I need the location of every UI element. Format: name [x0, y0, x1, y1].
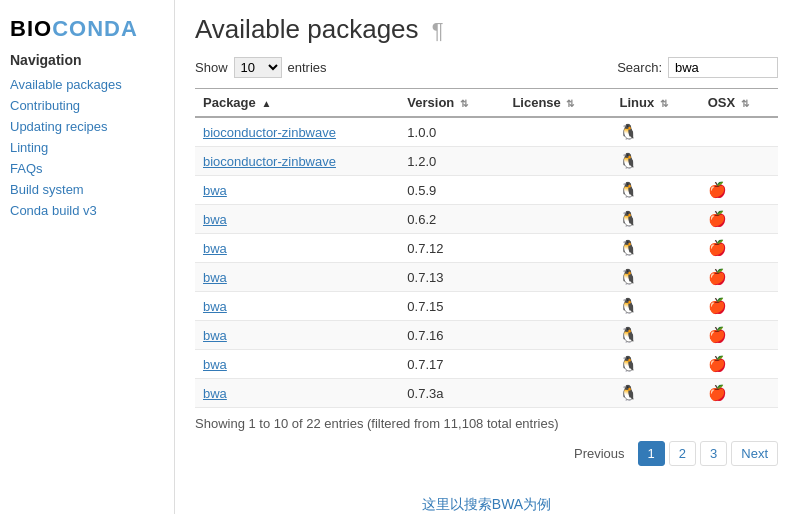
cell-version: 0.7.16 [399, 321, 504, 350]
cell-version: 0.6.2 [399, 205, 504, 234]
cell-license [504, 350, 611, 379]
cell-osx: 🍎 [700, 176, 778, 205]
cell-linux: 🐧 [611, 321, 699, 350]
package-link[interactable]: bioconductor-zinbwave [203, 125, 336, 140]
osx-icon: 🍎 [708, 239, 727, 256]
cell-osx [700, 117, 778, 147]
cell-osx [700, 147, 778, 176]
osx-icon: 🍎 [708, 355, 727, 372]
cell-version: 0.5.9 [399, 176, 504, 205]
sidebar-item-contributing[interactable]: Contributing [10, 97, 164, 114]
table-row: bwa0.7.17🐧🍎 [195, 350, 778, 379]
cell-package: bwa [195, 205, 399, 234]
main-content: Available packages ¶ Show 10 25 50 100 e… [175, 0, 798, 514]
cell-osx: 🍎 [700, 205, 778, 234]
cell-license [504, 205, 611, 234]
sidebar-item-linting[interactable]: Linting [10, 139, 164, 156]
cell-license [504, 321, 611, 350]
cell-osx: 🍎 [700, 379, 778, 408]
table-info: Showing 1 to 10 of 22 entries (filtered … [195, 416, 778, 431]
linux-icon: 🐧 [619, 239, 638, 256]
linux-icon: 🐧 [619, 355, 638, 372]
col-linux[interactable]: Linux ⇅ [611, 89, 699, 118]
table-row: bwa0.5.9🐧🍎 [195, 176, 778, 205]
cell-version: 0.7.17 [399, 350, 504, 379]
table-body: bioconductor-zinbwave1.0.0🐧bioconductor-… [195, 117, 778, 408]
table-row: bioconductor-zinbwave1.0.0🐧 [195, 117, 778, 147]
cell-linux: 🐧 [611, 292, 699, 321]
cell-linux: 🐧 [611, 234, 699, 263]
sidebar: BIOCONDA Navigation Available packages C… [0, 0, 175, 514]
sidebar-nav: Available packages Contributing Updating… [10, 76, 164, 219]
table-row: bwa0.7.3a🐧🍎 [195, 379, 778, 408]
cell-license [504, 263, 611, 292]
col-package[interactable]: Package ▲ [195, 89, 399, 118]
table-row: bwa0.7.12🐧🍎 [195, 234, 778, 263]
cell-package: bwa [195, 176, 399, 205]
cell-linux: 🐧 [611, 263, 699, 292]
next-button[interactable]: Next [731, 441, 778, 466]
bottom-note: 这里以搜索BWA为例 [195, 496, 778, 514]
show-entries-control: Show 10 25 50 100 entries [195, 57, 327, 78]
osx-icon: 🍎 [708, 326, 727, 343]
cell-version: 0.7.15 [399, 292, 504, 321]
entries-label: entries [288, 60, 327, 75]
page-1-button[interactable]: 1 [638, 441, 665, 466]
table-header: Package ▲ Version ⇅ License ⇅ Linux ⇅ OS… [195, 89, 778, 118]
package-link[interactable]: bwa [203, 328, 227, 343]
cell-package: bwa [195, 292, 399, 321]
controls-row: Show 10 25 50 100 entries Search: [195, 57, 778, 78]
pilcrow-icon: ¶ [432, 18, 444, 43]
cell-license [504, 147, 611, 176]
sidebar-item-faqs[interactable]: FAQs [10, 160, 164, 177]
osx-icon: 🍎 [708, 210, 727, 227]
cell-package: bwa [195, 321, 399, 350]
cell-linux: 🐧 [611, 147, 699, 176]
table-row: bwa0.7.15🐧🍎 [195, 292, 778, 321]
linux-icon: 🐧 [619, 384, 638, 401]
package-link[interactable]: bwa [203, 386, 227, 401]
linux-icon: 🐧 [619, 152, 638, 169]
previous-label: Previous [565, 442, 634, 465]
cell-osx: 🍎 [700, 234, 778, 263]
package-link[interactable]: bwa [203, 357, 227, 372]
col-license[interactable]: License ⇅ [504, 89, 611, 118]
cell-package: bioconductor-zinbwave [195, 117, 399, 147]
logo: BIOCONDA [10, 16, 164, 42]
linux-icon: 🐧 [619, 297, 638, 314]
package-link[interactable]: bioconductor-zinbwave [203, 154, 336, 169]
sidebar-item-conda-build-v3[interactable]: Conda build v3 [10, 202, 164, 219]
cell-license [504, 234, 611, 263]
cell-version: 0.7.3a [399, 379, 504, 408]
table-row: bwa0.6.2🐧🍎 [195, 205, 778, 234]
sidebar-item-updating-recipes[interactable]: Updating recipes [10, 118, 164, 135]
show-label: Show [195, 60, 228, 75]
cell-version: 0.7.12 [399, 234, 504, 263]
col-version[interactable]: Version ⇅ [399, 89, 504, 118]
entries-select[interactable]: 10 25 50 100 [234, 57, 282, 78]
osx-icon: 🍎 [708, 268, 727, 285]
linux-icon: 🐧 [619, 326, 638, 343]
sidebar-item-available-packages[interactable]: Available packages [10, 76, 164, 93]
package-link[interactable]: bwa [203, 299, 227, 314]
package-link[interactable]: bwa [203, 270, 227, 285]
cell-osx: 🍎 [700, 321, 778, 350]
cell-license [504, 176, 611, 205]
cell-linux: 🐧 [611, 205, 699, 234]
page-3-button[interactable]: 3 [700, 441, 727, 466]
table-row: bwa0.7.16🐧🍎 [195, 321, 778, 350]
cell-version: 1.0.0 [399, 117, 504, 147]
cell-package: bwa [195, 263, 399, 292]
package-link[interactable]: bwa [203, 212, 227, 227]
page-2-button[interactable]: 2 [669, 441, 696, 466]
package-link[interactable]: bwa [203, 183, 227, 198]
package-link[interactable]: bwa [203, 241, 227, 256]
osx-icon: 🍎 [708, 297, 727, 314]
col-osx[interactable]: OSX ⇅ [700, 89, 778, 118]
table-row: bioconductor-zinbwave1.2.0🐧 [195, 147, 778, 176]
search-input[interactable] [668, 57, 778, 78]
cell-osx: 🍎 [700, 263, 778, 292]
sidebar-item-build-system[interactable]: Build system [10, 181, 164, 198]
packages-table: Package ▲ Version ⇅ License ⇅ Linux ⇅ OS… [195, 88, 778, 408]
cell-license [504, 379, 611, 408]
